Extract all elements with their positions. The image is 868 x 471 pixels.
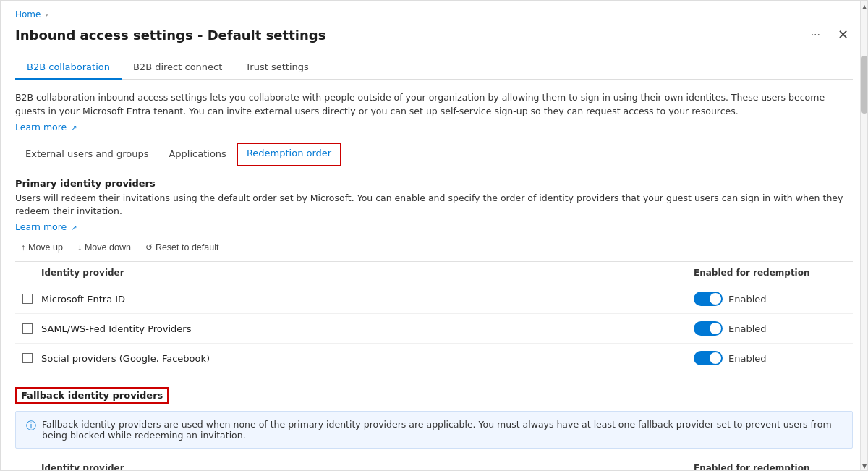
tab-trust-settings[interactable]: Trust settings [234, 56, 320, 80]
row3-provider-name: Social providers (Google, Facebook) [41, 353, 694, 364]
info-icon: ⓘ [26, 420, 36, 433]
row2-toggle-slider [694, 321, 723, 336]
learn-more-link[interactable]: Learn more ↗ [15, 122, 77, 132]
move-up-icon: ↑ [21, 242, 25, 253]
breadcrumb: Home › [15, 9, 853, 20]
title-row: Inbound access settings - Default settin… [15, 25, 853, 44]
provider-col-header: Identity provider [41, 268, 694, 278]
tab-b2b-direct-connect[interactable]: B2B direct connect [122, 56, 234, 80]
fallback-info-text: Fallback identity providers are used whe… [42, 419, 842, 441]
row1-checkbox[interactable] [22, 294, 33, 304]
primary-providers-table: Identity provider Enabled for redemption… [15, 261, 853, 373]
main-tab-bar: B2B collaboration B2B direct connect Tru… [15, 56, 853, 80]
primary-toolbar: ↑ Move up ↓ Move down ↺ Reset to default [15, 239, 853, 261]
primary-section-title: Primary identity providers [15, 178, 853, 189]
breadcrumb-home[interactable]: Home [15, 9, 41, 20]
row1-toggle[interactable] [694, 292, 723, 306]
row2-toggle-label: Enabled [728, 323, 767, 334]
fallback-table-header: Identity provider Enabled for redemption [15, 459, 853, 471]
header-bar: Home › Inbound access settings - Default… [1, 1, 867, 44]
row3-checkbox[interactable] [22, 353, 33, 363]
row1-toggle-container: Enabled [694, 292, 853, 306]
scrollbar[interactable]: ▲ ▼ [860, 1, 867, 471]
scrollbar-up-arrow[interactable]: ▲ [861, 1, 868, 12]
tab-b2b-collaboration[interactable]: B2B collaboration [15, 56, 122, 80]
modal-container: Home › Inbound access settings - Default… [0, 0, 868, 471]
move-up-button[interactable]: ↑ Move up [15, 239, 69, 255]
content-area: B2B collaboration inbound access setting… [1, 80, 867, 471]
row3-toggle-slider [694, 351, 723, 365]
description-text: B2B collaboration inbound access setting… [15, 91, 853, 119]
external-link-icon: ↗ [71, 124, 77, 132]
reset-icon: ↺ [145, 242, 153, 253]
row1-toggle-slider [694, 292, 723, 306]
sub-tab-redemption-order[interactable]: Redemption order [237, 143, 341, 166]
primary-table-header: Identity provider Enabled for redemption [15, 262, 853, 284]
row2-checkbox[interactable] [22, 323, 33, 334]
row1-toggle-label: Enabled [728, 294, 767, 305]
sub-tab-external-users[interactable]: External users and groups [15, 143, 158, 166]
breadcrumb-separator: › [45, 11, 48, 19]
fallback-providers-section: Fallback identity providers ⓘ Fallback i… [15, 387, 853, 471]
fallback-providers-table: Identity provider Enabled for redemption… [15, 459, 853, 471]
primary-section-desc: Users will redeem their invitations usin… [15, 192, 853, 219]
row3-toggle-container: Enabled [694, 351, 853, 365]
fallback-enabled-col-header: Enabled for redemption [694, 463, 853, 471]
fallback-section-title: Fallback identity providers [15, 387, 169, 404]
row3-toggle-label: Enabled [728, 353, 767, 364]
table-row: Social providers (Google, Facebook) Enab… [15, 344, 853, 373]
title-actions: ··· ✕ [807, 25, 853, 44]
enabled-col-header: Enabled for redemption [694, 268, 853, 278]
row3-toggle[interactable] [694, 351, 723, 365]
reset-to-default-button[interactable]: ↺ Reset to default [140, 239, 225, 255]
move-down-button[interactable]: ↓ Move down [72, 239, 137, 255]
table-row: Microsoft Entra ID Enabled [15, 284, 853, 314]
fallback-provider-col-header: Identity provider [41, 463, 694, 471]
sub-tab-applications[interactable]: Applications [158, 143, 236, 166]
ellipsis-button[interactable]: ··· [807, 27, 825, 43]
row2-toggle[interactable] [694, 321, 723, 336]
scrollbar-down-arrow[interactable]: ▼ [861, 460, 868, 471]
sub-tab-bar: External users and groups Applications R… [15, 143, 853, 166]
row1-provider-name: Microsoft Entra ID [41, 294, 694, 305]
row2-toggle-container: Enabled [694, 321, 853, 336]
scrollbar-thumb[interactable] [861, 56, 867, 114]
primary-learn-more-link[interactable]: Learn more ↗ [15, 221, 77, 232]
primary-providers-section: Primary identity providers Users will re… [15, 178, 853, 373]
move-down-icon: ↓ [77, 242, 82, 253]
page-title: Inbound access settings - Default settin… [15, 27, 326, 43]
fallback-info-box: ⓘ Fallback identity providers are used w… [15, 411, 853, 449]
close-button[interactable]: ✕ [833, 25, 853, 44]
table-row: SAML/WS-Fed Identity Providers Enabled [15, 314, 853, 344]
row2-provider-name: SAML/WS-Fed Identity Providers [41, 323, 694, 334]
primary-external-link-icon: ↗ [71, 224, 77, 232]
